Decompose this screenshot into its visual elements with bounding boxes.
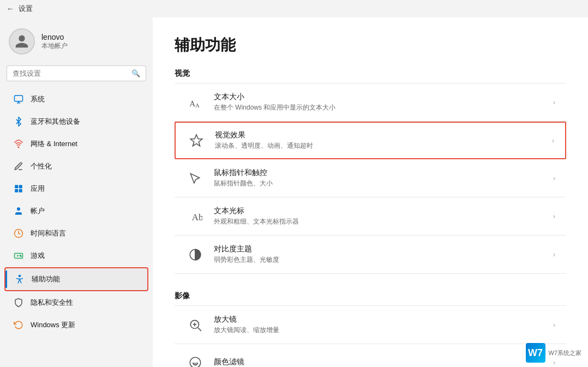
chevron-icon-contrast: ›: [553, 251, 555, 258]
watermark: W7 W7系统之家: [526, 343, 582, 363]
title-bar: ← 设置: [0, 0, 588, 17]
sidebar-item-label-personal: 个性化: [31, 161, 52, 171]
title-bar-text: 设置: [19, 4, 33, 14]
svg-rect-3: [19, 185, 22, 188]
svg-rect-4: [15, 189, 18, 192]
settings-item-text-color-filter: 颜色滤镜: [214, 357, 544, 367]
settings-item-desc-visual-effects: 滚动条、透明度、动画、通知超时: [215, 141, 543, 151]
visual-effects-icon: [187, 131, 206, 151]
sidebar-item-system[interactable]: 系统: [4, 88, 148, 110]
sidebar-item-label-time: 时间和语言: [31, 228, 66, 238]
settings-item-text-size[interactable]: A A 文本大小 在整个 Windows 和应用中显示的文本大小 ›: [175, 83, 566, 122]
sidebar-item-label-system: 系统: [31, 94, 45, 104]
svg-point-6: [17, 207, 20, 210]
chevron-icon-magnifier: ›: [553, 321, 555, 329]
svg-marker-16: [190, 135, 202, 146]
user-name: lenovo: [41, 33, 68, 41]
bluetooth-icon: [13, 116, 24, 127]
svg-point-23: [190, 357, 201, 367]
sidebar-item-update[interactable]: Windows 更新: [4, 314, 148, 336]
accessibility-icon: [14, 274, 25, 285]
user-profile[interactable]: lenovo 本地帐户: [0, 24, 153, 63]
section-gap: [175, 274, 566, 287]
svg-rect-5: [19, 189, 22, 192]
watermark-logo: W7: [526, 343, 545, 363]
settings-item-mouse-pointer[interactable]: 鼠标指针和触控 鼠标指针颜色、大小 ›: [175, 159, 566, 197]
svg-point-13: [19, 275, 21, 277]
sidebar-item-label-account: 帐户: [31, 206, 45, 216]
image-section: 影像 放大镜 放大镜阅读、缩放增量: [175, 291, 566, 367]
svg-line-20: [198, 327, 201, 330]
sidebar-item-label-network: 网络 & Internet: [31, 139, 77, 149]
sidebar-item-privacy[interactable]: 隐私和安全性: [4, 292, 148, 314]
settings-item-color-filter[interactable]: 颜色滤镜 ›: [175, 344, 566, 367]
sidebar-item-bluetooth[interactable]: 蓝牙和其他设备: [4, 111, 148, 133]
sidebar-item-accessibility[interactable]: 辅助功能: [4, 267, 148, 291]
back-button[interactable]: ←: [7, 4, 14, 13]
sidebar-item-label-update: Windows 更新: [31, 320, 75, 330]
network-icon: [13, 139, 24, 149]
apps-icon: [13, 183, 24, 194]
settings-item-text-mouse-pointer: 鼠标指针和触控 鼠标指针颜色、大小: [214, 168, 544, 188]
settings-item-text-visual-effects: 视觉效果 滚动条、透明度、动画、通知超时: [215, 130, 543, 151]
chevron-icon-text-cursor: ›: [553, 213, 555, 220]
sidebar-item-apps[interactable]: 应用: [4, 178, 148, 200]
svg-text:Ab: Ab: [192, 212, 203, 222]
mouse-pointer-icon: [185, 169, 205, 188]
time-icon: [13, 228, 24, 239]
settings-item-text-contrast: 对比度主题 弱势彩色主题、光敏度: [214, 244, 544, 264]
svg-rect-0: [15, 95, 23, 101]
image-settings-list: 放大镜 放大镜阅读、缩放增量 › 颜色滤镜: [175, 305, 566, 367]
sidebar-nav: 系统 蓝牙和其他设备 网络 & Internet: [0, 88, 153, 336]
vision-settings-list: A A 文本大小 在整个 Windows 和应用中显示的文本大小 ›: [175, 83, 566, 274]
system-icon: [13, 94, 24, 105]
search-icon: 🔍: [131, 69, 140, 77]
settings-item-desc-contrast: 弱势彩色主题、光敏度: [214, 255, 544, 264]
settings-item-magnifier[interactable]: 放大镜 放大镜阅读、缩放增量 ›: [175, 306, 566, 344]
active-indicator: [5, 270, 7, 288]
avatar: [9, 28, 35, 55]
sidebar-item-label-accessibility: 辅助功能: [32, 274, 60, 284]
sidebar-item-label-apps: 应用: [31, 184, 45, 194]
svg-point-1: [18, 147, 19, 148]
settings-item-title-contrast: 对比度主题: [214, 244, 544, 254]
section-title-image: 影像: [175, 291, 566, 301]
svg-point-12: [21, 256, 22, 257]
section-title-vision: 视觉: [175, 69, 566, 79]
user-info: lenovo 本地帐户: [41, 33, 68, 51]
settings-item-text-cursor[interactable]: Ab 文本光标 外观和粗细、文本光标指示器 ›: [175, 197, 566, 236]
sidebar-item-game[interactable]: 游戏: [4, 245, 148, 267]
game-icon: [13, 250, 24, 261]
color-filter-icon: [185, 353, 205, 367]
vision-section: 视觉 A A 文本大小 在整个 Windows 和应用中显示的文本大小 ›: [175, 69, 566, 274]
settings-item-title-text-cursor: 文本光标: [214, 206, 544, 216]
sidebar-item-network[interactable]: 网络 & Internet: [4, 133, 148, 155]
settings-item-desc-text-cursor: 外观和粗细、文本光标指示器: [214, 217, 544, 226]
svg-text:A: A: [189, 98, 195, 107]
search-box[interactable]: 🔍: [7, 65, 146, 81]
sidebar-item-personal[interactable]: 个性化: [4, 155, 148, 177]
update-icon: [13, 320, 24, 330]
sidebar-item-account[interactable]: 帐户: [4, 200, 148, 222]
search-input[interactable]: [13, 69, 127, 77]
sidebar-item-time[interactable]: 时间和语言: [4, 222, 148, 244]
text-cursor-icon: Ab: [185, 207, 205, 226]
privacy-icon: [13, 297, 24, 308]
settings-item-text-magnifier: 放大镜 放大镜阅读、缩放增量: [214, 315, 544, 335]
user-type: 本地帐户: [41, 41, 68, 51]
chevron-icon-text-size: ›: [553, 99, 555, 106]
sidebar-item-label-bluetooth: 蓝牙和其他设备: [31, 117, 80, 127]
watermark-text: W7系统之家: [549, 349, 582, 357]
page-title: 辅助功能: [175, 35, 566, 56]
settings-item-title-mouse-pointer: 鼠标指针和触控: [214, 168, 544, 178]
text-size-icon: A A: [185, 93, 205, 112]
svg-rect-2: [15, 185, 18, 188]
settings-item-title-text-size: 文本大小: [214, 92, 544, 102]
main-layout: lenovo 本地帐户 🔍 系统 蓝牙和其他设备: [0, 17, 588, 367]
settings-item-title-visual-effects: 视觉效果: [215, 130, 543, 140]
content-area: 辅助功能 视觉 A A 文本大小 在整个 Windows 和应用中显示的文本大小: [153, 17, 588, 367]
personal-icon: [13, 161, 24, 172]
settings-item-title-magnifier: 放大镜: [214, 315, 544, 324]
settings-item-visual-effects[interactable]: 视觉效果 滚动条、透明度、动画、通知超时 ›: [175, 122, 566, 159]
settings-item-contrast[interactable]: 对比度主题 弱势彩色主题、光敏度 ›: [175, 236, 566, 274]
